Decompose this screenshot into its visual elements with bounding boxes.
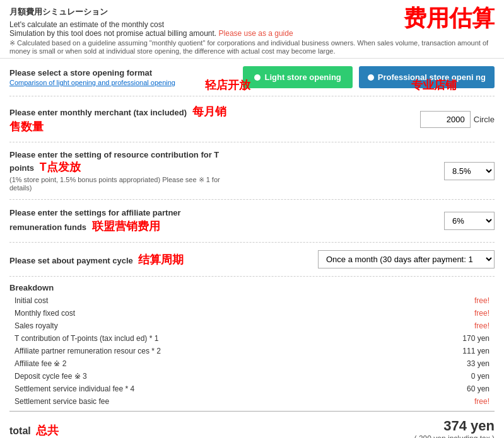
total-value-area: 374 yen ( 390 yen including tax ) bbox=[414, 418, 495, 438]
table-row: Deposit cycle fee ※ 30 yen bbox=[9, 370, 495, 383]
table-row: Settlement service basic feefree! bbox=[9, 395, 495, 408]
light-store-label: Light store opening bbox=[264, 72, 341, 82]
tpoints-select[interactable]: 8.5% 1% 1.5% 2% 3% 5% 10% bbox=[444, 162, 495, 180]
table-row: Affiliate fee ※ 233 yen bbox=[9, 357, 495, 370]
breakdown-item-value: 0 yen bbox=[300, 370, 495, 383]
breakdown-item-value: free! bbox=[300, 395, 495, 408]
payment-cycle-control: Once a month (30 days after payment: 1 O… bbox=[318, 250, 495, 268]
table-row: Sales royaltyfree! bbox=[9, 320, 495, 332]
payment-cycle-cn-label: 结算周期 bbox=[138, 253, 184, 266]
merchant-unit: Circle bbox=[474, 115, 495, 124]
affiliate-select[interactable]: 6% 0% 1% 2% 3% 4% 5% 8% 10% bbox=[444, 212, 495, 230]
payment-cycle-select[interactable]: Once a month (30 days after payment: 1 O… bbox=[318, 250, 495, 268]
breakdown-header: Breakdown bbox=[9, 280, 495, 294]
total-area: total 总共 374 yen ( 390 yen including tax… bbox=[9, 411, 495, 438]
breakdown-item-name: Deposit cycle fee ※ 3 bbox=[9, 370, 300, 383]
breakdown-table: Initial costfree!Monthly fixed costfree!… bbox=[9, 294, 495, 408]
store-button-group: Light store opening Professional store o… bbox=[243, 66, 495, 88]
breakdown-item-value: 60 yen bbox=[300, 383, 495, 395]
breakdown-item-name: Affiliate fee ※ 2 bbox=[9, 357, 300, 370]
affiliate-cn-label: 联盟营销费用 bbox=[92, 220, 160, 233]
breakdown-item-value: 170 yen bbox=[300, 332, 495, 345]
breakdown-area: Breakdown Initial costfree!Monthly fixed… bbox=[9, 280, 495, 408]
breakdown-item-value: free! bbox=[300, 294, 495, 307]
table-row: T contribution of T-points (tax includ e… bbox=[9, 332, 495, 345]
table-row: Settlement service individual fee * 460 … bbox=[9, 383, 495, 395]
tpoints-control: 8.5% 1% 1.5% 2% 3% 5% 10% bbox=[444, 162, 495, 180]
header-area: 月額費用シミュレーション Let's calculate an estimate… bbox=[0, 0, 504, 59]
total-tax: ( 390 yen including tax ) bbox=[414, 434, 495, 438]
light-store-radio bbox=[254, 74, 261, 81]
breakdown-item-name: Affiliate partner remuneration resour ce… bbox=[9, 345, 300, 357]
merchant-label: Please enter monthly merchant (tax inclu… bbox=[9, 104, 230, 134]
breakdown-item-value: free! bbox=[300, 320, 495, 332]
cn-professional-label: 专业店铺 bbox=[411, 78, 457, 93]
breakdown-item-value: 33 yen bbox=[300, 357, 495, 370]
store-opening-label: Please select a store opening format Com… bbox=[9, 68, 230, 86]
table-row: Monthly fixed costfree! bbox=[9, 307, 495, 320]
merchant-input-area: Circle bbox=[420, 111, 495, 128]
light-store-button[interactable]: Light store opening bbox=[243, 66, 352, 88]
big-title-cn: 费用估算 bbox=[404, 3, 495, 34]
total-label-area: total 总共 bbox=[9, 423, 59, 438]
table-row: Affiliate partner remuneration resour ce… bbox=[9, 345, 495, 357]
table-row: Initial costfree! bbox=[9, 294, 495, 307]
breakdown-item-name: Sales royalty bbox=[9, 320, 300, 332]
tpoints-label: Please enter the setting of resource con… bbox=[9, 150, 230, 192]
breakdown-item-name: Settlement service basic fee bbox=[9, 395, 300, 408]
breakdown-item-value: 111 yen bbox=[300, 345, 495, 357]
affiliate-section: Please enter the settings for affiliate … bbox=[9, 200, 495, 243]
affiliate-label: Please enter the settings for affiliate … bbox=[9, 207, 230, 234]
affiliate-control: 6% 0% 1% 2% 3% 4% 5% 8% 10% bbox=[444, 212, 495, 230]
subtitle-line3: ※ Calculated based on a guideline assumi… bbox=[9, 39, 495, 55]
payment-cycle-section: Please set about payment cycle 结算周期 Once… bbox=[9, 243, 495, 277]
merchant-input[interactable] bbox=[420, 111, 471, 128]
store-opening-section: Please select a store opening format Com… bbox=[9, 59, 495, 96]
breakdown-item-name: Monthly fixed cost bbox=[9, 307, 300, 320]
breakdown-item-name: Settlement service individual fee * 4 bbox=[9, 383, 300, 395]
store-opening-link[interactable]: Comparison of light opening and professi… bbox=[9, 79, 230, 86]
subtitle-guide-link[interactable]: Please use as a guide bbox=[219, 29, 293, 38]
main-content: Please select a store opening format Com… bbox=[0, 59, 504, 438]
tpoints-note: (1% store point, 1.5% bonus points appro… bbox=[9, 176, 230, 192]
tpoints-section: Please enter the setting of resource con… bbox=[9, 142, 495, 200]
cn-light-label: 轻店开放 bbox=[205, 78, 250, 93]
total-label: total bbox=[9, 425, 31, 436]
page-wrapper: 月額費用シミュレーション Let's calculate an estimate… bbox=[0, 0, 504, 438]
breakdown-item-name: T contribution of T-points (tax includ e… bbox=[9, 332, 300, 345]
breakdown-item-value: free! bbox=[300, 307, 495, 320]
breakdown-item-name: Initial cost bbox=[9, 294, 300, 307]
merchant-section: Please enter monthly merchant (tax inclu… bbox=[9, 96, 495, 142]
tpoints-cn-label: T点发放 bbox=[40, 161, 81, 173]
total-cn-label: 总共 bbox=[36, 424, 59, 437]
subtitle-text: Simulation by this tool does not promise… bbox=[9, 29, 216, 38]
payment-cycle-label: Please set about payment cycle 结算周期 bbox=[9, 252, 230, 267]
total-yen: 374 yen bbox=[414, 418, 495, 434]
professional-store-radio bbox=[368, 74, 374, 81]
